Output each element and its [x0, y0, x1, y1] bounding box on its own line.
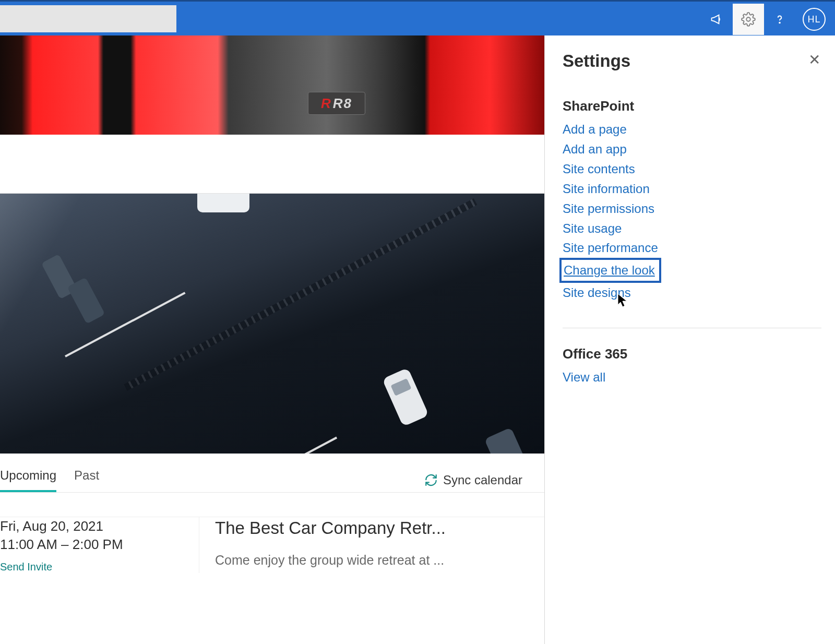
gear-icon[interactable]: [733, 4, 764, 35]
link-performance[interactable]: Site performance: [563, 238, 821, 258]
event-datetime: Fri, Aug 20, 2021 11:00 AM – 2:00 PM Sen…: [0, 517, 199, 573]
settings-panel: Settings ✕ SharePoint Add a page Add an …: [544, 35, 835, 644]
page-body: RR8R8 Upcoming Past Sync ca: [0, 35, 835, 644]
send-invite-link[interactable]: Send Invite: [0, 561, 52, 573]
link-usage[interactable]: Site usage: [563, 219, 821, 238]
suite-header: HL: [0, 0, 835, 35]
event-time: 11:00 AM – 2:00 PM: [0, 536, 199, 553]
sync-icon: [424, 473, 438, 487]
search-input[interactable]: [0, 5, 176, 32]
link-change-look[interactable]: Change the look: [563, 258, 821, 283]
header-actions: HL: [701, 2, 826, 37]
hero-gap: [0, 135, 544, 194]
megaphone-icon[interactable]: [701, 4, 733, 35]
settings-divider: [563, 328, 821, 328]
tab-upcoming[interactable]: Upcoming: [0, 468, 56, 492]
events-section: Upcoming Past Sync calendar Fri, Aug 20,…: [0, 454, 544, 573]
settings-section-o365: Office 365: [563, 346, 821, 362]
event-date: Fri, Aug 20, 2021: [0, 518, 199, 534]
hero-badge: RR8R8: [308, 92, 365, 115]
link-add-page[interactable]: Add a page: [563, 120, 821, 139]
link-contents[interactable]: Site contents: [563, 159, 821, 179]
event-title: The Best Car Company Retr...: [215, 518, 544, 538]
tab-past[interactable]: Past: [74, 468, 99, 492]
events-tabs: Upcoming Past: [0, 468, 99, 492]
help-icon[interactable]: [764, 4, 795, 35]
event-row: Fri, Aug 20, 2021 11:00 AM – 2:00 PM Sen…: [0, 517, 544, 573]
svg-point-1: [779, 22, 780, 23]
link-info[interactable]: Site information: [563, 179, 821, 199]
svg-point-0: [746, 17, 750, 21]
avatar[interactable]: HL: [803, 8, 826, 31]
link-view-all[interactable]: View all: [563, 367, 821, 387]
link-add-app[interactable]: Add an app: [563, 139, 821, 159]
events-tab-row: Upcoming Past Sync calendar: [0, 468, 544, 492]
close-icon[interactable]: ✕: [808, 51, 820, 68]
main-column: RR8R8 Upcoming Past Sync ca: [0, 35, 544, 644]
settings-title: Settings: [563, 51, 821, 71]
event-details: The Best Car Company Retr... Come enjoy …: [199, 517, 544, 573]
settings-section-sharepoint: SharePoint: [563, 98, 821, 114]
o365-links: View all: [563, 367, 821, 387]
hero-banner: RR8R8: [0, 35, 544, 135]
link-permissions[interactable]: Site permissions: [563, 199, 821, 219]
link-site-designs[interactable]: Site designs: [563, 283, 821, 303]
avatar-initials: HL: [807, 14, 820, 25]
sync-label: Sync calendar: [443, 473, 522, 487]
sharepoint-links: Add a page Add an app Site contents Site…: [563, 120, 821, 303]
sync-calendar-button[interactable]: Sync calendar: [424, 473, 522, 487]
event-description: Come enjoy the group wide retreat at ...: [215, 553, 544, 568]
aerial-image: [0, 194, 544, 454]
